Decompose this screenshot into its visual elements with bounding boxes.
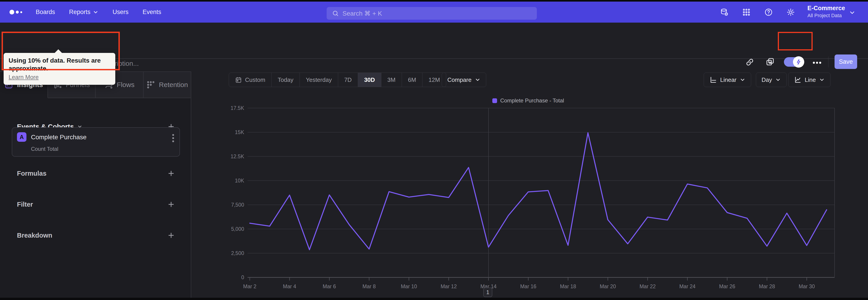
search-icon [332,10,339,17]
compare-dropdown[interactable]: Compare [442,72,486,87]
calendar-icon [235,77,242,83]
svg-text:Mar 24: Mar 24 [679,283,695,289]
logo-dot [9,10,14,14]
date-range-today[interactable]: Today [272,73,300,87]
legend-swatch [492,98,497,103]
event-metric[interactable]: Count Total [31,146,58,152]
svg-text:Mar 8: Mar 8 [363,283,376,289]
header-divider [828,57,829,67]
settings-gear-icon[interactable] [786,8,795,17]
interval-label: Day [762,77,772,83]
chart-type-dropdown[interactable]: Line [788,72,831,87]
nav-link-reports[interactable]: Reports [69,8,99,16]
copy-link-icon[interactable] [745,58,754,66]
report-header: Untitled Sampled + Add description... Sa… [0,23,868,59]
chevron-down-icon [740,77,745,83]
mixpanel-logo[interactable] [9,10,22,14]
project-switcher[interactable]: E-Commerce All Project Data [807,5,845,19]
add-breakdown-button[interactable] [167,232,175,239]
linear-scale-icon [709,76,717,84]
svg-text:Mar 20: Mar 20 [600,283,616,289]
chevron-down-icon[interactable] [849,9,856,16]
chart-type-label: Line [805,77,816,83]
data-management-icon[interactable] [720,8,728,17]
page-number-button[interactable]: 1 [483,288,492,297]
date-range-label: Today [278,77,293,83]
formulas-section: Formulas [0,167,191,180]
sampling-toggle[interactable] [784,57,803,67]
learn-more-link[interactable]: Learn More [8,74,39,81]
tab-label: Retention [159,81,188,89]
add-to-board-icon[interactable] [766,57,774,66]
line-chart[interactable]: 02,5005,0007,50010K12.5K15K17.5KMar 2Mar… [226,99,850,289]
formulas-label: Formulas [17,170,46,177]
breakdown-section: Breakdown [0,229,191,242]
nav-link-label: Users [113,8,129,16]
tab-label: Flows [117,81,134,89]
date-range-30d[interactable]: 30D [358,73,381,87]
svg-text:12.5K: 12.5K [230,153,244,159]
date-range-yesterday[interactable]: Yesterday [300,73,338,87]
nav-links: BoardsReportsUsersEvents [36,2,161,23]
svg-text:10K: 10K [235,178,244,184]
search-input[interactable]: Search ⌘ + K [327,7,537,20]
retention-icon [146,80,155,89]
help-icon[interactable] [764,8,773,17]
svg-text:Mar 4: Mar 4 [283,283,296,289]
nav-link-events[interactable]: Events [143,8,161,16]
filter-section: Filter [0,198,191,211]
svg-text:Mar 16: Mar 16 [520,283,536,289]
save-button[interactable]: Save [835,55,857,69]
svg-text:15K: 15K [235,129,244,135]
toggle-knob [793,56,804,68]
series-letter-badge: A [17,132,26,142]
interval-dropdown[interactable]: Day [756,72,786,87]
date-range-label: 3M [388,77,396,83]
more-options-button[interactable] [813,61,823,64]
add-formula-button[interactable] [167,170,175,177]
event-name[interactable]: Complete Purchase [31,133,87,141]
event-card[interactable]: A Complete Purchase Count Total [12,127,180,157]
chevron-down-icon [475,77,480,83]
lightning-bolt-icon [796,59,802,65]
nav-link-boards[interactable]: Boards [36,8,55,16]
svg-text:7,500: 7,500 [231,202,244,208]
nav-link-users[interactable]: Users [113,8,129,16]
date-range-label: 6M [408,77,416,83]
scale-label: Linear [720,77,737,83]
svg-text:Mar 2: Mar 2 [243,283,256,289]
legend-label: Complete Purchase - Total [500,97,564,104]
date-range-custom[interactable]: Custom [229,73,272,87]
project-name: E-Commerce [807,5,845,12]
date-range-3m[interactable]: 3M [381,73,402,87]
svg-text:Mar 30: Mar 30 [799,283,815,289]
logo-dot [16,11,19,13]
filter-label: Filter [17,201,33,208]
date-range-7d[interactable]: 7D [338,73,358,87]
nav-link-label: Events [143,8,161,16]
breakdown-label: Breakdown [17,232,52,239]
svg-text:Mar 26: Mar 26 [719,283,735,289]
logo-dot [20,11,22,13]
sampling-tooltip: Using 10% of data. Results are approxima… [4,53,115,85]
svg-text:Mar 12: Mar 12 [440,283,457,289]
chart-legend[interactable]: Complete Purchase - Total [492,97,564,104]
compare-label: Compare [447,77,471,83]
scale-dropdown[interactable]: Linear [704,72,751,87]
svg-text:Mar 10: Mar 10 [401,283,417,289]
tooltip-text: Using 10% of data. Results are approxima… [8,57,110,72]
svg-text:Mar 28: Mar 28 [759,283,775,289]
svg-text:2,500: 2,500 [231,250,244,256]
add-filter-button[interactable] [167,201,175,208]
svg-text:5,000: 5,000 [231,226,244,232]
date-range-6m[interactable]: 6M [402,73,423,87]
top-nav: BoardsReportsUsersEvents Search ⌘ + K E-… [0,2,868,23]
window-edge-bottom [0,298,868,300]
nav-utility-icons [720,2,795,23]
chevron-down-icon [819,77,825,83]
tab-retention[interactable]: Retention [144,72,191,98]
apps-grid-icon[interactable] [742,8,751,17]
chevron-down-icon [93,9,98,15]
date-range-label: Yesterday [306,77,332,83]
event-options-button[interactable] [172,134,175,145]
